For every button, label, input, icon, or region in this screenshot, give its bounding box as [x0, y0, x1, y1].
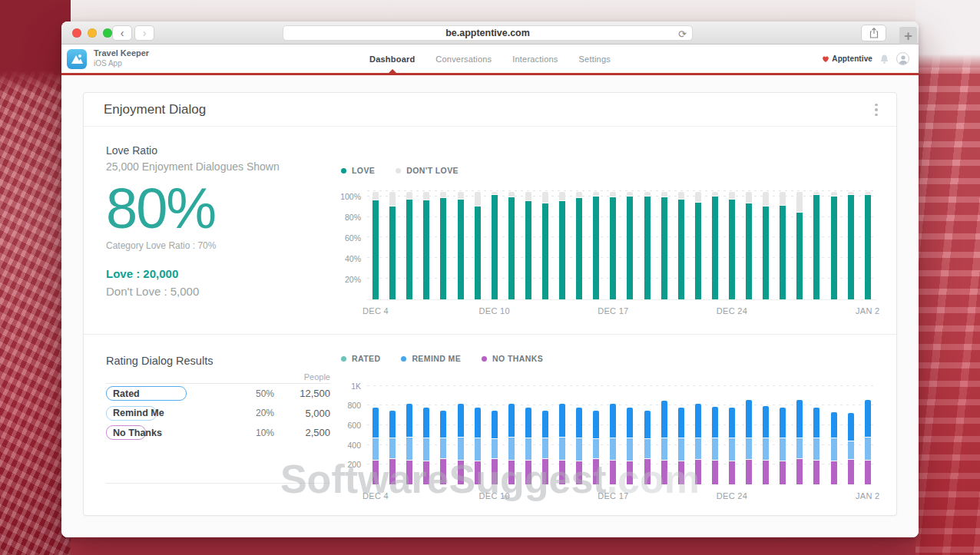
minimize-button[interactable] [88, 28, 97, 38]
rating-dialog-daily-bar[interactable] [593, 378, 599, 484]
rating-dialog-daily-bar[interactable] [559, 378, 565, 484]
rating-dialog-daily-bar[interactable] [406, 378, 412, 484]
segment-no-thanks [763, 461, 769, 484]
love-ratio-daily-bar[interactable] [763, 191, 769, 299]
segment-no-thanks [525, 461, 531, 484]
forward-button[interactable]: › [134, 25, 154, 41]
x-tick-label: DEC 24 [717, 306, 747, 315]
rating-dialog-daily-bar[interactable] [475, 378, 481, 484]
avatar[interactable] [896, 52, 909, 65]
choice-pill[interactable]: Rated [106, 386, 187, 401]
nav-item-conversations[interactable]: Conversations [435, 45, 492, 73]
nav-item-interactions[interactable]: Interactions [512, 45, 558, 73]
segment-don-t-love [729, 192, 735, 199]
rating-dialog-daily-bar[interactable] [763, 378, 769, 484]
rating-dialog-daily-bar[interactable] [865, 378, 871, 484]
address-bar[interactable]: be.apptentive.com ⟳ [283, 25, 693, 41]
love-ratio-daily-bar[interactable] [661, 191, 667, 299]
love-ratio-daily-bar[interactable] [423, 191, 429, 299]
segment-love [440, 198, 446, 299]
love-ratio-daily-bar[interactable] [559, 191, 565, 299]
rating-dialog-daily-bar[interactable] [458, 378, 464, 484]
legend-item-no-thanks[interactable]: NO THANKS [482, 354, 543, 363]
rating-dialog-daily-bar[interactable] [423, 378, 429, 484]
bell-icon[interactable] [879, 54, 889, 64]
love-ratio-daily-bar[interactable] [796, 191, 803, 299]
love-ratio-daily-bar[interactable] [372, 191, 379, 299]
love-ratio-daily-bar[interactable] [831, 191, 837, 299]
love-ratio-daily-bar[interactable] [627, 191, 633, 299]
love-ratio-daily-bar[interactable] [813, 191, 819, 299]
love-ratio-daily-bar[interactable] [389, 191, 396, 299]
segment-rated [644, 411, 651, 439]
rating-dialog-daily-bar[interactable] [644, 378, 651, 484]
legend-item-don-t-love[interactable]: DON'T LOVE [396, 166, 459, 175]
rating-dialog-daily-bar[interactable] [440, 378, 446, 484]
nav-item-settings[interactable]: Settings [579, 45, 611, 73]
reload-icon[interactable]: ⟳ [678, 28, 687, 40]
rating-dialog-daily-bar[interactable] [712, 378, 718, 484]
love-ratio-daily-bar[interactable] [475, 191, 481, 299]
love-ratio-daily-bar[interactable] [746, 191, 752, 299]
love-ratio-daily-bar[interactable] [712, 191, 718, 299]
rating-dialog-daily-bar[interactable] [831, 378, 837, 484]
love-ratio-daily-bar[interactable] [865, 191, 871, 299]
legend-item-remind-me[interactable]: REMIND ME [401, 354, 461, 363]
love-ratio-daily-bar[interactable] [458, 191, 464, 299]
rating-dialog-daily-bar[interactable] [372, 378, 379, 484]
love-ratio-daily-bar[interactable] [440, 191, 446, 299]
legend-item-rated[interactable]: RATED [341, 354, 380, 363]
rating-dialog-daily-bar[interactable] [576, 378, 582, 484]
love-ratio-daily-bar[interactable] [542, 191, 548, 299]
love-ratio-daily-bar[interactable] [848, 191, 854, 299]
love-ratio-daily-bar[interactable] [678, 191, 684, 299]
rating-dialog-daily-bar[interactable] [729, 378, 735, 484]
love-ratio-daily-bar[interactable] [610, 191, 616, 299]
rating-dialog-daily-bar[interactable] [508, 378, 515, 484]
legend-item-love[interactable]: LOVE [341, 166, 375, 175]
bar-slot [673, 191, 690, 299]
choice-pill[interactable]: No Thanks [106, 425, 146, 440]
share-button[interactable] [861, 25, 886, 41]
rating-dialog-daily-bar[interactable] [796, 378, 803, 484]
love-ratio-daily-bar[interactable] [644, 191, 651, 299]
back-button[interactable]: ‹ [112, 25, 132, 41]
legend-dot-icon [482, 356, 487, 362]
rating-dialog-daily-bar[interactable] [492, 378, 498, 484]
nav-item-dashboard[interactable]: Dashboard [369, 45, 415, 73]
rating-dialog-daily-bar[interactable] [542, 378, 548, 484]
rating-dialog-daily-bar[interactable] [661, 378, 667, 484]
choice-pill[interactable]: Remind Me [106, 406, 157, 421]
rating-dialog-daily-bar[interactable] [525, 378, 531, 484]
rating-dialog-daily-bar[interactable] [746, 378, 752, 484]
rating-dialog-daily-bar[interactable] [780, 378, 786, 484]
app-identity[interactable]: Travel Keeper iOS App [67, 48, 149, 68]
love-ratio-daily-bar[interactable] [525, 191, 531, 299]
love-ratio-daily-bar[interactable] [780, 191, 786, 299]
travel-keeper-logo-icon [67, 49, 87, 69]
rating-dialog-daily-bar[interactable] [627, 378, 633, 484]
people-value: 5,000 [305, 408, 330, 419]
rating-dialog-daily-bar[interactable] [848, 378, 854, 484]
close-button[interactable] [72, 28, 81, 38]
kebab-menu-icon[interactable] [870, 102, 882, 117]
bar-slot [621, 191, 638, 299]
apptentive-brand[interactable]: Apptentive [822, 55, 872, 63]
rating-dialog-daily-bar[interactable] [695, 378, 701, 484]
love-ratio-daily-bar[interactable] [695, 191, 701, 299]
love-ratio-daily-bar[interactable] [406, 191, 412, 299]
new-tab-button[interactable]: + [899, 27, 917, 45]
y-tick-label: 1K [351, 382, 361, 391]
love-ratio-daily-bar[interactable] [593, 191, 599, 299]
love-ratio-daily-bar[interactable] [492, 191, 498, 299]
segment-no-thanks [695, 460, 701, 484]
love-ratio-daily-bar[interactable] [576, 191, 582, 299]
zoom-button[interactable] [103, 28, 112, 38]
segment-no-thanks [627, 461, 633, 484]
rating-dialog-daily-bar[interactable] [389, 378, 396, 484]
love-ratio-daily-bar[interactable] [729, 191, 735, 299]
love-ratio-daily-bar[interactable] [508, 191, 515, 299]
rating-dialog-daily-bar[interactable] [610, 378, 616, 484]
rating-dialog-daily-bar[interactable] [678, 378, 684, 484]
rating-dialog-daily-bar[interactable] [813, 378, 819, 484]
